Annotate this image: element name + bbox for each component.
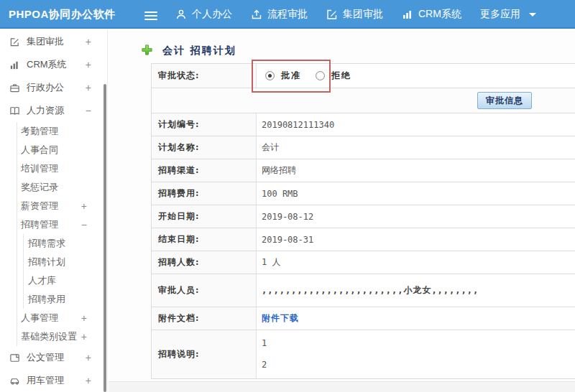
field-label: 计划名称: (152, 136, 257, 159)
sidebar-item-salary[interactable]: 薪资管理 + (17, 197, 107, 215)
expand-icon: + (81, 201, 87, 211)
radio-reject[interactable] (316, 71, 325, 80)
description-row: 招聘说明: 1 2 (152, 330, 575, 379)
radio-approve-label: 批准 (281, 70, 301, 82)
status-value-cell: 批准 拒绝 (257, 64, 575, 88)
field-value: 2019-08-12 (257, 205, 575, 228)
app-logo: PHPOA协同办公软件 (9, 0, 116, 29)
collapse-icon: − (86, 106, 91, 116)
status-row: 审批状态: 批准 拒绝 (152, 64, 575, 88)
field-value: 20190812111340 (257, 113, 575, 136)
add-icon (141, 44, 153, 59)
description-value: 1 2 (257, 330, 575, 378)
table-row: 招聘渠道: 网络招聘 (152, 159, 575, 182)
table-row: 招聘费用: 100 RMB (152, 182, 575, 205)
nav-more-apps[interactable]: 更多应用 (480, 8, 520, 21)
expand-icon: + (86, 37, 91, 47)
table-row: 计划编号: 20190812111340 (152, 113, 575, 136)
user-icon (175, 9, 187, 20)
bar-chart-icon (9, 60, 20, 70)
field-label: 招聘费用: (152, 182, 257, 205)
table-row: 计划名称: 会计 (152, 136, 575, 159)
table-row: 结束日期: 2019-08-31 (152, 228, 575, 251)
expand-icon: + (81, 332, 87, 342)
field-label: 招聘人数: (152, 251, 257, 274)
field-label: 招聘说明: (152, 330, 257, 378)
field-label: 招聘渠道: (152, 159, 257, 182)
field-value: 1 人 (257, 251, 575, 274)
caret-down-icon[interactable] (529, 13, 536, 17)
field-label: 开始日期: (152, 205, 257, 228)
field-label: 计划编号: (152, 113, 257, 136)
page-title: 会计 招聘计划 (109, 30, 575, 62)
sidebar-item-rewards[interactable]: 奖惩记录 (17, 178, 107, 197)
approval-button-row: 审批信息 (152, 88, 575, 113)
recruit-plan-form: 审批状态: 批准 拒绝 审批信息 计划编号: 20190812111340 计划… (151, 63, 575, 379)
nav-personal-office[interactable]: 个人办公 (175, 8, 232, 21)
expand-icon: + (86, 353, 91, 363)
expand-icon: + (81, 313, 87, 323)
approver-row: 审批人员: ,,,,,,,,,,,,,,,,,,,,,,,,小龙女,,,,,,,… (152, 274, 575, 307)
sidebar-item-documents[interactable]: 公文管理 + (0, 346, 107, 369)
radio-approve[interactable] (265, 71, 275, 80)
page-title-text: 会计 招聘计划 (162, 45, 236, 57)
sidebar: 集团审批 + CRM系统 + 行政办公 + 人力资源 − 考勤管理 人事合同 培… (0, 30, 108, 392)
sidebar-item-recruitment[interactable]: 招聘管理 − (17, 215, 107, 234)
briefcase-icon (9, 83, 20, 93)
menu-icon[interactable] (144, 9, 157, 22)
top-bar: PHPOA协同办公软件 个人办公 流程审批 集团审批 (0, 0, 575, 29)
sidebar-item-recruit-demand[interactable]: 招聘需求 (24, 234, 107, 253)
book-icon (9, 106, 20, 116)
hr-submenu: 考勤管理 人事合同 培训管理 奖惩记录 薪资管理 + 招聘管理 − 招聘需求 招… (17, 122, 107, 346)
table-row: 招聘人数: 1 人 (152, 251, 575, 274)
field-label: 附件文档: (152, 307, 257, 330)
sidebar-scrollbar[interactable] (104, 84, 106, 392)
approver-value: ,,,,,,,,,,,,,,,,,,,,,,,,小龙女,,,,,,,, (257, 274, 575, 307)
sidebar-item-base-category[interactable]: 基础类别设置 + (17, 327, 107, 346)
field-label: 结束日期: (152, 228, 257, 251)
top-nav: 个人办公 流程审批 集团审批 CRM系统 更多应用 (175, 0, 536, 29)
car-icon (9, 375, 20, 386)
field-value: 100 RMB (257, 182, 575, 205)
nav-group-approval[interactable]: 集团审批 (326, 8, 383, 21)
table-row: 开始日期: 2019-08-12 (152, 205, 575, 228)
sidebar-item-recruit-plan[interactable]: 招聘计划 (24, 253, 107, 271)
edit-icon (9, 37, 20, 47)
sidebar-item-personnel[interactable]: 人事管理 + (17, 309, 107, 327)
field-value: 网络招聘 (257, 159, 575, 182)
attachment-download-link[interactable]: 附件下载 (262, 312, 299, 325)
sidebar-item-talent-pool[interactable]: 人才库 (24, 271, 107, 290)
expand-icon: + (86, 83, 91, 93)
upload-icon (251, 9, 262, 20)
field-value: 2019-08-31 (257, 228, 575, 251)
sidebar-item-admin-office[interactable]: 行政办公 + (0, 76, 107, 99)
sidebar-item-group-approval[interactable]: 集团审批 + (0, 30, 107, 53)
nav-crm-system[interactable]: CRM系统 (402, 8, 461, 21)
field-label: 审批状态: (152, 64, 257, 88)
sidebar-item-hr[interactable]: 人力资源 − (0, 99, 107, 122)
expand-icon: + (86, 375, 91, 386)
sidebar-item-vehicle[interactable]: 用车管理 + (0, 369, 107, 392)
sidebar-item-training[interactable]: 培训管理 (17, 159, 107, 178)
expand-icon: + (86, 60, 91, 70)
document-icon (9, 353, 20, 363)
nav-process-approval[interactable]: 流程审批 (251, 8, 308, 21)
page-footer-strip (109, 381, 575, 392)
sidebar-item-crm[interactable]: CRM系统 + (0, 53, 107, 76)
collapse-icon: − (81, 220, 87, 230)
approval-info-button[interactable]: 审批信息 (477, 92, 532, 109)
sidebar-item-hr-contract[interactable]: 人事合同 (17, 141, 107, 159)
recruitment-submenu: 招聘需求 招聘计划 人才库 招聘录用 (23, 234, 107, 309)
attachment-row: 附件文档: 附件下载 (152, 307, 575, 330)
radio-reject-label: 拒绝 (331, 70, 351, 82)
field-value: 会计 (257, 136, 575, 159)
sidebar-item-attendance[interactable]: 考勤管理 (17, 122, 107, 141)
bar-chart-icon (402, 9, 413, 20)
sidebar-item-recruit-hire[interactable]: 招聘录用 (24, 290, 107, 309)
main-content: 会计 招聘计划 审批状态: 批准 拒绝 审批信息 计划编号: 201908121… (109, 30, 575, 392)
field-label: 审批人员: (152, 274, 257, 307)
edit-icon (326, 9, 338, 20)
